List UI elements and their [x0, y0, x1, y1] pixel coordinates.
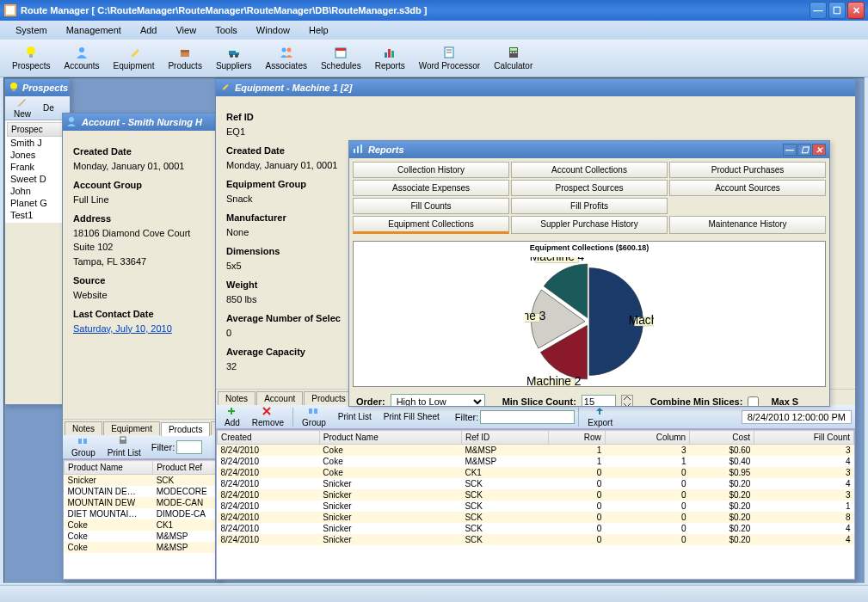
reports-minimize-button[interactable]: — — [783, 144, 797, 156]
toolbar-word-processor-button[interactable]: Word Processor — [412, 44, 488, 72]
table-row[interactable]: CokeCK1 — [65, 519, 220, 531]
table-row[interactable]: MOUNTAIN DEWMODE-CAN — [65, 497, 220, 508]
table-row[interactable]: 8/24/2010CokeM&MSP13$0.603 — [218, 445, 854, 457]
equipment-add-button[interactable]: Add — [219, 405, 245, 428]
table-row[interactable]: CokeM&MSP — [65, 542, 220, 553]
menu-tools[interactable]: Tools — [206, 23, 246, 37]
toolbar-suppliers-button[interactable]: Suppliers — [209, 44, 259, 72]
equipment-titlebar[interactable]: Equipment - Machine 1 [2] — [216, 79, 855, 96]
col-header[interactable]: Column — [605, 431, 689, 445]
report-account-sources-button[interactable]: Account Sources — [669, 180, 826, 196]
report-account-collections-button[interactable]: Account Collections — [511, 162, 668, 178]
prospect-row[interactable]: John — [7, 185, 68, 197]
min-slice-input[interactable] — [582, 395, 616, 406]
maximize-button[interactable]: ☐ — [828, 2, 846, 19]
table-row[interactable]: CokeM&MSP — [65, 531, 220, 542]
prospect-row[interactable]: Sweet D — [7, 173, 68, 185]
table-row[interactable]: 8/24/2010SnickerSCK00$0.204 — [218, 478, 854, 489]
svg-rect-22 — [510, 48, 517, 51]
col-header[interactable]: Product Name — [319, 431, 461, 445]
menu-system[interactable]: System — [7, 23, 56, 37]
prospect-row[interactable]: Frank — [7, 161, 68, 173]
report-fill-profits-button[interactable]: Fill Profits — [511, 198, 668, 214]
col-header[interactable]: Row — [549, 431, 606, 445]
account-group-button[interactable]: Group — [66, 435, 101, 458]
equipment-group-button[interactable]: Group — [297, 405, 331, 428]
prospects-header[interactable]: Prospec — [7, 122, 68, 137]
reports-titlebar[interactable]: Reports — ☐ ✕ — [349, 141, 829, 158]
col-header[interactable]: Cost — [690, 431, 754, 445]
account-printlist-button[interactable]: Print List — [102, 435, 146, 458]
table-row[interactable]: 8/24/2010SnickerSCK00$0.208 — [218, 512, 854, 523]
toolbar-accounts-button[interactable]: Accounts — [57, 44, 106, 72]
account-filter-input[interactable] — [176, 440, 202, 454]
equipment-printlist-button[interactable]: Print List — [333, 411, 377, 422]
tab-products[interactable]: Products — [304, 391, 353, 405]
report-prospect-sources-button[interactable]: Prospect Sources — [511, 180, 668, 196]
report-associate-expenses-button[interactable]: Associate Expenses — [353, 180, 509, 196]
tab-notes[interactable]: Notes — [65, 421, 102, 435]
menu-window[interactable]: Window — [248, 23, 299, 37]
toolbar-schedules-button[interactable]: Schedules — [314, 44, 368, 72]
table-row[interactable]: 8/24/2010SnickerSCK00$0.204 — [218, 534, 854, 545]
col-header[interactable]: Ref ID — [461, 431, 548, 445]
equipment-filter-input[interactable] — [480, 410, 575, 424]
tab-products[interactable]: Products — [161, 422, 210, 436]
equipment-export-button[interactable]: Export — [582, 405, 618, 428]
field-value-link[interactable]: Saturday, July 10, 2010 — [73, 323, 172, 334]
menu-view[interactable]: View — [167, 23, 205, 37]
account-titlebar[interactable]: Account - Smith Nursing H — [63, 114, 221, 131]
prospect-row[interactable]: Planet G — [7, 197, 68, 209]
table-row[interactable]: SnickerSCK — [65, 475, 220, 487]
menu-management[interactable]: Management — [58, 23, 130, 37]
table-row[interactable]: 8/24/2010CokeM&MSP11$0.404 — [218, 456, 854, 467]
prospect-row[interactable]: Test1 — [7, 209, 68, 221]
svg-rect-27 — [12, 89, 15, 91]
menu-help[interactable]: Help — [300, 23, 337, 37]
toolbar-reports-button[interactable]: Reports — [368, 44, 412, 72]
equipment-products-table: CreatedProduct NameRef IDRowColumnCostFi… — [216, 429, 855, 580]
col-header[interactable]: Product Name — [65, 461, 153, 475]
prospect-row[interactable]: Smith J — [7, 137, 68, 149]
report-collection-history-button[interactable]: Collection History — [353, 162, 509, 178]
toolbar-equipment-button[interactable]: Equipment — [107, 44, 162, 72]
prospect-row[interactable]: Jones — [7, 149, 68, 161]
col-header[interactable]: Product Ref — [153, 461, 220, 475]
report-equipment-collections-button[interactable]: Equipment Collections — [353, 216, 509, 234]
equipment-printfill-button[interactable]: Print Fill Sheet — [379, 411, 445, 422]
table-row[interactable]: 8/24/2010SnickerSCK00$0.201 — [218, 501, 854, 512]
tab-equipment[interactable]: Equipment — [103, 421, 160, 435]
close-button[interactable]: ✕ — [847, 2, 865, 19]
table-row[interactable]: 8/24/2010SnickerSCK00$0.203 — [218, 489, 854, 501]
reports-maximize-button[interactable]: ☐ — [797, 144, 811, 156]
col-header[interactable]: Created — [218, 431, 320, 445]
tab-notes[interactable]: Notes — [218, 391, 255, 405]
minimize-button[interactable]: — — [810, 2, 827, 19]
reports-close-button[interactable]: ✕ — [812, 144, 826, 156]
report-product-purchases-button[interactable]: Product Purchases — [669, 162, 826, 178]
col-header[interactable]: Fill Count — [754, 431, 853, 445]
prospects-titlebar[interactable]: Prospects — [5, 79, 70, 96]
toolbar-prospects-button[interactable]: Prospects — [5, 44, 57, 72]
person-icon — [75, 46, 89, 59]
toolbar-products-button[interactable]: Products — [161, 44, 208, 72]
table-row[interactable]: 8/24/2010CokeCK100$0.953 — [218, 467, 854, 478]
equipment-remove-button[interactable]: Remove — [247, 405, 289, 428]
order-select[interactable]: High to Low — [391, 394, 485, 406]
prospects-new-button[interactable]: New — [9, 96, 36, 120]
report-fill-counts-button[interactable]: Fill Counts — [353, 198, 509, 214]
tab-account[interactable]: Account — [256, 391, 303, 405]
chart-icon — [353, 144, 365, 156]
report-suppler-purchase-history-button[interactable]: Suppler Purchase History — [511, 216, 668, 234]
report-maintenance-history-button[interactable]: Maintenance History — [669, 216, 826, 234]
table-row[interactable]: MOUNTAIN DE…MODECORE — [65, 486, 220, 497]
spinner-icon[interactable] — [621, 395, 633, 406]
main-titlebar: Route Manager [ C:\RouteManager\RouteMan… — [0, 0, 868, 21]
toolbar-associates-button[interactable]: Associates — [259, 44, 314, 72]
table-row[interactable]: 8/24/2010SnickerSCK00$0.204 — [218, 523, 854, 534]
menu-add[interactable]: Add — [132, 23, 166, 37]
table-row[interactable]: DIET MOUNTAI…DIMODE-CA — [65, 508, 220, 519]
combine-checkbox[interactable] — [748, 396, 759, 407]
toolbar-calculator-button[interactable]: Calculator — [487, 44, 539, 72]
prospects-delete-button[interactable]: De — [38, 102, 59, 114]
